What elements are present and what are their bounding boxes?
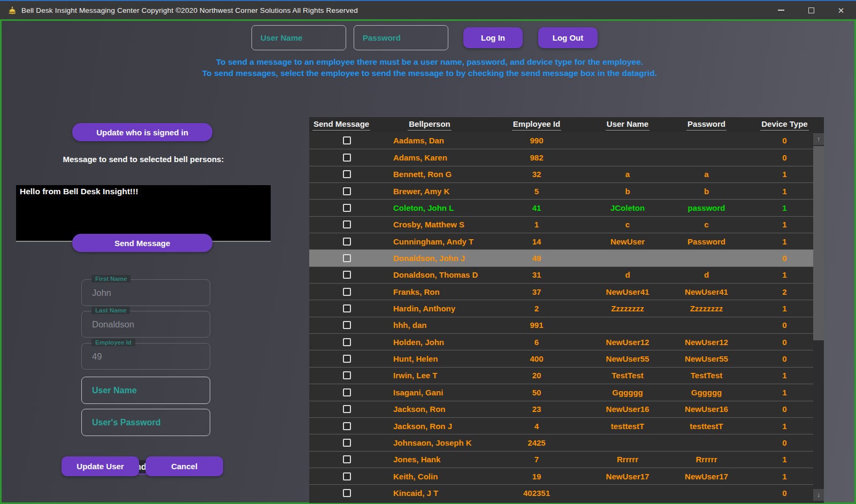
table-row[interactable]: Holden, John6NewUser12NewUser120 <box>309 333 813 350</box>
send-message-checkbox[interactable] <box>343 321 351 329</box>
update-user-button[interactable]: Update User <box>62 456 139 476</box>
column-header-device-type[interactable]: Device Type <box>756 117 813 132</box>
close-button[interactable]: ✕ <box>826 1 856 19</box>
send-message-checkbox[interactable] <box>343 371 351 379</box>
log-out-button[interactable]: Log Out <box>538 27 598 48</box>
table-cell: Hunt, Helen <box>384 350 475 366</box>
table-row[interactable]: Johnsaon, Joseph K24250 <box>309 434 813 450</box>
send-message-checkbox[interactable] <box>343 170 351 178</box>
grid-scrollbar[interactable]: ↑ ↓ <box>813 132 824 503</box>
user-password-input[interactable]: User's Password <box>81 409 210 436</box>
login-username-input[interactable]: User Name <box>251 25 346 50</box>
table-row[interactable]: Donaldson, Thomas D31dd1 <box>309 266 813 283</box>
table-cell <box>598 149 657 165</box>
table-cell: Gggggg <box>657 384 756 400</box>
first-name-field: First Name John <box>81 279 210 306</box>
table-row[interactable]: Brewer, Amy K5bb1 <box>309 182 813 199</box>
table-row[interactable]: Isagani, Gani50GgggggGggggg1 <box>309 384 813 400</box>
table-cell: NewUser55 <box>657 350 756 366</box>
table-cell: Adams, Karen <box>384 149 475 165</box>
send-message-checkbox[interactable] <box>343 204 351 212</box>
table-row[interactable]: Bennett, Ron G32aa1 <box>309 166 813 182</box>
table-cell: Aadams, Dan <box>384 132 475 149</box>
table-row[interactable]: Keith, Colin19NewUser17NewUser171 <box>309 468 813 484</box>
scroll-down-icon[interactable]: ↓ <box>813 489 824 501</box>
table-cell: 37 <box>475 284 598 300</box>
table-cell: c <box>598 217 657 233</box>
info-line-1: To send a message to an employee there m… <box>2 57 856 67</box>
cancel-button[interactable]: Cancel <box>146 456 223 476</box>
send-message-cell <box>309 384 384 400</box>
table-cell: Rrrrrr <box>657 452 756 468</box>
table-row[interactable]: Hardin, Anthony2ZzzzzzzzZzzzzzzz1 <box>309 300 813 316</box>
minimize-button[interactable] <box>766 1 796 19</box>
send-message-checkbox[interactable] <box>343 388 351 396</box>
send-message-checkbox[interactable] <box>343 405 351 413</box>
maximize-button[interactable] <box>796 1 826 19</box>
column-header-user-name[interactable]: User Name <box>598 117 657 132</box>
update-signed-in-button[interactable]: Update who is signed in <box>72 123 212 141</box>
table-row[interactable]: Adams, Karen9820 <box>309 149 813 165</box>
table-row[interactable]: Donaldson, John J490 <box>309 249 813 266</box>
table-cell <box>657 317 756 333</box>
table-row[interactable]: Hunt, Helen400NewUser55NewUser550 <box>309 350 813 366</box>
send-message-checkbox[interactable] <box>343 472 351 480</box>
table-cell: 1 <box>756 418 813 434</box>
table-cell: 50 <box>475 384 598 400</box>
table-cell: 2 <box>756 284 813 300</box>
table-row[interactable]: Jones, Hank7RrrrrrRrrrrr1 <box>309 451 813 468</box>
table-cell: Jackson, Ron J <box>384 418 475 434</box>
table-cell: 991 <box>475 317 598 333</box>
send-message-checkbox[interactable] <box>343 338 351 346</box>
table-row[interactable]: Jackson, Ron23NewUser16NewUser160 <box>309 401 813 417</box>
scrollbar-thumb[interactable] <box>813 146 824 340</box>
send-message-checkbox[interactable] <box>343 187 351 195</box>
table-row[interactable]: Aadams, Dan9900 <box>309 132 813 149</box>
table-row[interactable]: Jackson, Ron J4testtestTtesttestT1 <box>309 417 813 434</box>
table-cell: 20 <box>475 368 598 384</box>
log-in-button[interactable]: Log In <box>463 27 523 48</box>
table-row[interactable]: hhh, dan9910 <box>309 317 813 333</box>
send-message-checkbox[interactable] <box>343 422 351 430</box>
send-message-checkbox[interactable] <box>343 288 351 296</box>
table-row[interactable]: Crosby, Matthew S1cc1 <box>309 216 813 233</box>
table-cell: c <box>657 217 756 233</box>
send-message-checkbox[interactable] <box>343 154 351 162</box>
send-message-cell <box>309 485 384 501</box>
table-cell: 1 <box>475 217 598 233</box>
send-message-checkbox[interactable] <box>343 238 351 246</box>
send-message-checkbox[interactable] <box>343 304 351 312</box>
send-message-checkbox[interactable] <box>343 455 351 463</box>
table-cell: Donaldson, John J <box>384 250 475 266</box>
table-cell: Isagani, Gani <box>384 384 475 400</box>
login-username-placeholder: User Name <box>261 33 302 42</box>
column-header-send-message[interactable]: Send Message <box>309 117 384 132</box>
send-message-checkbox[interactable] <box>343 489 351 497</box>
user-name-input[interactable]: User Name <box>81 377 210 404</box>
scroll-up-icon[interactable]: ↑ <box>813 133 824 145</box>
send-message-checkbox[interactable] <box>343 136 351 144</box>
table-cell: Franks, Ron <box>384 284 475 300</box>
send-message-checkbox[interactable] <box>343 439 351 447</box>
table-cell: 1 <box>756 384 813 400</box>
table-row[interactable]: Irwin, Lee T20TestTestTestTest1 <box>309 367 813 384</box>
table-row[interactable]: Coleton, John L41JColetonpassword1 <box>309 199 813 216</box>
table-row[interactable]: Kincaid, J T4023510 <box>309 484 813 501</box>
send-message-checkbox[interactable] <box>343 254 351 262</box>
column-header-bellperson[interactable]: Bellperson <box>384 117 475 132</box>
send-message-checkbox[interactable] <box>343 355 351 363</box>
table-cell: Kincaid, J T <box>384 485 475 501</box>
send-message-checkbox[interactable] <box>343 220 351 228</box>
send-message-checkbox[interactable] <box>343 271 351 279</box>
send-message-cell <box>309 418 384 434</box>
column-header-password[interactable]: Password <box>657 117 756 132</box>
table-row[interactable]: Franks, Ron37NewUser41NewUser412 <box>309 283 813 300</box>
send-message-button[interactable]: Send Message <box>72 234 212 252</box>
table-row[interactable]: Cunningham, Andy T14NewUserPassword1 <box>309 233 813 249</box>
send-message-cell <box>309 200 384 216</box>
table-cell: 1 <box>756 200 813 216</box>
column-header-employee-id[interactable]: Employee Id <box>475 117 598 132</box>
maximize-icon <box>808 7 814 13</box>
login-password-input[interactable]: Password <box>354 25 448 50</box>
table-cell: Holden, John <box>384 334 475 350</box>
